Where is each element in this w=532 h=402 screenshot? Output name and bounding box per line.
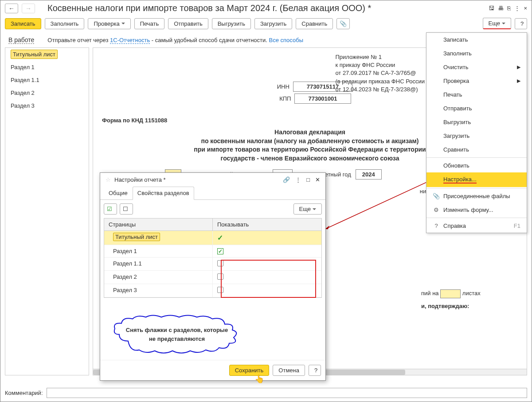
menu-send[interactable]: Отправить [426, 101, 527, 115]
favorite-icon[interactable]: ☆ [106, 176, 111, 183]
fill-button[interactable]: Заполнить [45, 18, 85, 29]
all-methods-link[interactable]: Все способы [269, 37, 303, 43]
col-pages: Страницы [104, 219, 213, 230]
more-dropdown-menu: Записать Заполнить Очистить▶ Проверка▶ П… [426, 32, 527, 233]
table-more-button[interactable]: Еще [293, 203, 322, 215]
menu-attachments[interactable]: 📎Присоединенные файлы [426, 189, 527, 203]
reporting-link[interactable]: 1С-Отчетность [110, 37, 150, 44]
right-partial: пий на листах и, подтверждаю: ика [421, 287, 481, 375]
sidebar-item-s11[interactable]: Раздел 1.1 [5, 74, 89, 86]
check-icon: ✓ [217, 234, 223, 242]
table-row[interactable]: Раздел 3 [104, 284, 321, 297]
kpp-input[interactable]: 773001001 [294, 94, 351, 104]
more-button[interactable]: Еще [483, 18, 511, 29]
modal-title-text: Настройки отчета * [114, 176, 279, 183]
maximize-icon[interactable]: □ [306, 176, 310, 183]
modal-footer: Сохранить Отмена ? [100, 360, 325, 380]
comment-label: Комментарий: [5, 390, 43, 396]
table-row[interactable]: Раздел 2 [104, 271, 321, 284]
sidebar-item-s1[interactable]: Раздел 1 [5, 61, 89, 74]
link-icon[interactable]: 🔗 [283, 176, 290, 183]
comment-row: Комментарий: [5, 388, 527, 398]
annotation-cloud: Снять флажки с разделов, которые не пред… [110, 312, 243, 356]
menu-upload[interactable]: Выгрузить [426, 115, 527, 129]
menu-download[interactable]: Загрузить [426, 129, 527, 143]
menu-refresh[interactable]: Обновить [426, 159, 527, 172]
table-tools: ☑ ☐ Еще [100, 200, 325, 218]
sidebar-item-s2[interactable]: Раздел 2 [5, 86, 89, 99]
checkbox-unchecked[interactable] [217, 260, 223, 266]
modal-save-button[interactable]: Сохранить [229, 365, 270, 376]
menu-fill[interactable]: Заполнить [426, 47, 527, 60]
download-button[interactable]: Загрузить [254, 18, 292, 29]
checkbox-unchecked[interactable] [217, 273, 223, 280]
modal-help-button[interactable]: ? [309, 365, 321, 376]
titlebar: ← → Косвенные налоги при импорте товаров… [0, 0, 532, 16]
menu-print[interactable]: Печать [426, 88, 527, 101]
table-row[interactable]: Раздел 1.1 [104, 258, 321, 271]
table-header: Страницы Показывать [104, 219, 321, 231]
title-actions: 🖫 🖶 ⎘ ⋮ × [489, 5, 527, 12]
check-all-button[interactable]: ☑ [104, 203, 117, 215]
print-icon[interactable]: 🖶 [498, 5, 504, 12]
col-show: Показывать [213, 219, 321, 230]
help-button[interactable]: ? [515, 18, 527, 29]
save-icon[interactable]: 🖫 [489, 5, 494, 12]
preview-icon[interactable]: ⎘ [507, 5, 511, 12]
menu-check[interactable]: Проверка▶ [426, 74, 527, 88]
close-icon[interactable]: × [524, 5, 527, 12]
workflow-status[interactable]: В работе [8, 36, 34, 44]
sidebar-item-title[interactable]: Титульный лист [5, 48, 89, 61]
comment-input[interactable] [47, 388, 528, 398]
menu-compare[interactable]: Сравнить [426, 143, 527, 156]
gear-icon: ⚙ [433, 207, 440, 213]
year-input[interactable]: 2024 [356, 169, 382, 180]
menu-clear[interactable]: Очистить▶ [426, 60, 527, 74]
modal-cancel-button[interactable]: Отмена [273, 365, 305, 376]
compare-button[interactable]: Сравнить [296, 18, 333, 29]
paperclip-icon: 📎 [433, 193, 440, 199]
menu-settings[interactable]: Настройка... [426, 172, 527, 187]
modal-close-icon[interactable]: ✕ [315, 176, 320, 183]
sections-sidebar: Титульный лист Раздел 1 Раздел 1.1 Разде… [5, 47, 89, 375]
page-title: Косвенные налоги при импорте товаров за … [47, 3, 485, 13]
check-button[interactable]: Проверка [88, 18, 130, 29]
kebab-icon[interactable]: ⋮ [514, 5, 520, 12]
checkbox-unchecked[interactable] [217, 287, 223, 293]
tab-general[interactable]: Общие [104, 187, 133, 199]
upload-button[interactable]: Выгрузить [212, 18, 251, 29]
toolbar: Записать Заполнить Проверка Печать Отпра… [0, 16, 532, 33]
decree-block: Приложение № 1 к приказу ФНС России от 2… [335, 53, 425, 94]
attach-button[interactable]: 📎 [336, 18, 350, 29]
print-button[interactable]: Печать [134, 18, 165, 29]
copies-input[interactable] [440, 289, 461, 298]
modal-kebab-icon[interactable]: ⋮ [295, 176, 301, 183]
modal-tabs: Общие Свойства разделов [100, 187, 325, 200]
uncheck-all-button[interactable]: ☐ [120, 203, 133, 215]
nav-back-button[interactable]: ← [5, 4, 18, 13]
modal-titlebar: ☆ Настройки отчета * 🔗 ⋮ □ ✕ [100, 173, 325, 187]
sections-table: Страницы Показывать Титульный лист ✓ Раз… [104, 218, 322, 298]
record-button[interactable]: Записать [5, 18, 41, 29]
menu-edit-form[interactable]: ⚙Изменить форму... [426, 203, 527, 217]
tab-section-props[interactable]: Свойства разделов [133, 187, 194, 200]
menu-help[interactable]: ?СправкаF1 [426, 219, 527, 233]
send-button[interactable]: Отправить [168, 18, 208, 29]
status-text: Отправьте отчет через 1С-Отчетность - са… [47, 37, 303, 43]
table-row[interactable]: Титульный лист ✓ [104, 231, 321, 245]
help-icon: ? [433, 222, 440, 229]
table-row[interactable]: Раздел 1 ✓ [104, 245, 321, 258]
menu-record[interactable]: Записать [426, 33, 527, 47]
checkbox-checked[interactable]: ✓ [217, 248, 223, 254]
sidebar-item-s3[interactable]: Раздел 3 [5, 99, 89, 112]
nav-forward-button[interactable]: → [22, 4, 35, 13]
